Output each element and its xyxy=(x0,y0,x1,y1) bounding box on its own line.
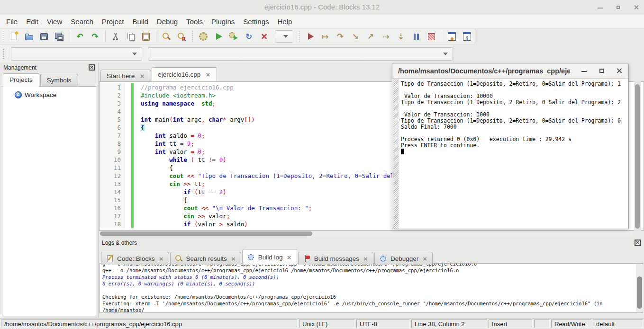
toolbar-grip[interactable] xyxy=(3,31,3,42)
console-maximize-icon[interactable] xyxy=(598,67,605,74)
console-title-bar[interactable]: /home/msantos/Documentos/c++/programas_c… xyxy=(392,63,628,79)
tab-projects[interactable]: Projects xyxy=(3,73,39,87)
title-bar[interactable]: ejercicio16.cpp - Code::Blocks 13.12 xyxy=(0,0,644,14)
redo-button[interactable]: ↷ xyxy=(89,30,101,43)
menu-item-plugins[interactable]: Plugins xyxy=(207,16,239,27)
next-line-button[interactable]: ↷ xyxy=(334,30,347,43)
break-debugger-button[interactable] xyxy=(410,30,423,43)
toolbar-grip[interactable] xyxy=(3,49,4,59)
line-number: 18 xyxy=(100,220,125,228)
menu-item-project[interactable]: Project xyxy=(98,16,128,27)
console-body[interactable]: Tipo de Transaccion (1=Deposito, 2=Retir… xyxy=(392,79,628,229)
run-to-cursor-button[interactable]: ↦ xyxy=(319,30,332,43)
tab-close-icon[interactable] xyxy=(139,72,145,80)
next-line-icon: ↷ xyxy=(335,31,345,42)
copy-button[interactable] xyxy=(124,30,137,43)
xterm-scrollbar[interactable] xyxy=(393,79,399,229)
menu-item-tools[interactable]: Tools xyxy=(182,16,207,27)
step-out-button[interactable]: ↗ xyxy=(364,30,377,43)
logs-tab-build-messages[interactable]: Build messages xyxy=(298,252,373,265)
tab-close-icon[interactable] xyxy=(286,254,292,261)
toolbar-grip[interactable] xyxy=(299,31,299,42)
change-margin xyxy=(131,107,134,116)
scrollbar-thumb[interactable] xyxy=(635,84,640,229)
code-completion-toolbar xyxy=(0,45,454,62)
open-file-button[interactable] xyxy=(23,30,36,43)
logs-tab-debugger[interactable]: Debugger xyxy=(374,252,433,265)
scrollbar-thumb[interactable] xyxy=(637,276,642,309)
change-margin xyxy=(131,188,134,196)
menu-item-search[interactable]: Search xyxy=(66,16,98,27)
undo-button[interactable]: ↶ xyxy=(73,30,86,43)
save-file-button[interactable] xyxy=(38,30,51,43)
debugging-windows-button[interactable] xyxy=(445,30,458,43)
tab-close-icon[interactable] xyxy=(363,255,369,262)
change-margin xyxy=(131,164,134,172)
new-file-button[interactable] xyxy=(8,30,20,43)
various-info-button[interactable] xyxy=(461,30,473,43)
menu-item-view[interactable]: View xyxy=(43,16,66,27)
status-file-permissions: Read/Write xyxy=(551,320,591,328)
logs-tab-search-results[interactable]: Search results xyxy=(170,252,241,265)
editor-vertical-scrollbar[interactable] xyxy=(634,81,641,231)
line-number: 17 xyxy=(100,212,125,220)
console-title: /home/msantos/Documentos/c++/programas_c… xyxy=(398,67,570,75)
line-number: 1 xyxy=(100,83,125,91)
menu-item-file[interactable]: File xyxy=(2,16,22,27)
build-and-run-button[interactable] xyxy=(227,30,240,43)
log-line xyxy=(102,287,632,293)
debug-continue-button[interactable] xyxy=(304,30,317,43)
next-instruction-button[interactable]: ⇢ xyxy=(380,30,392,43)
menu-item-help[interactable]: Help xyxy=(273,16,297,27)
menu-item-edit[interactable]: Edit xyxy=(22,16,43,27)
tab-label: Search results xyxy=(186,255,227,262)
editor-horizontal-scrollbar[interactable] xyxy=(99,231,633,237)
find-button[interactable] xyxy=(160,30,173,43)
run-button[interactable] xyxy=(212,30,225,43)
change-margin xyxy=(131,212,134,220)
maximize-icon[interactable] xyxy=(615,4,621,10)
build-target-combobox[interactable] xyxy=(275,30,293,43)
tab-close-icon[interactable] xyxy=(205,71,211,78)
scope-combobox[interactable] xyxy=(11,47,142,61)
step-into-button[interactable]: ↘ xyxy=(349,30,362,43)
tab-symbols[interactable]: Symbols xyxy=(40,74,78,86)
paste-button[interactable] xyxy=(139,30,152,43)
rebuild-button[interactable]: ↻ xyxy=(243,30,255,43)
tab-close-icon[interactable] xyxy=(230,255,236,262)
line-number: 8 xyxy=(100,140,125,148)
stop-debugger-button[interactable] xyxy=(425,30,438,43)
menu-item-build[interactable]: Build xyxy=(128,16,153,27)
line-number: 11 xyxy=(100,164,125,172)
toolbar-grip[interactable] xyxy=(192,31,193,42)
tab-label: Build messages xyxy=(314,255,359,262)
build-button[interactable] xyxy=(197,30,210,43)
editor-tab-ejercicio16-cpp[interactable]: ejercicio16.cpp xyxy=(152,67,217,81)
logs-vertical-scrollbar[interactable] xyxy=(636,264,643,312)
logs-close-icon[interactable] xyxy=(635,240,641,246)
tree-item-workspace[interactable]: Workspace xyxy=(2,87,96,98)
tab-close-icon[interactable] xyxy=(158,255,164,262)
editor-tab-start-here[interactable]: Start here xyxy=(100,70,151,81)
terminal-text[interactable]: Tipo de Transaccion (1=Deposito, 2=Retir… xyxy=(401,81,627,229)
change-margin xyxy=(131,180,134,188)
abort-build-button[interactable] xyxy=(258,30,271,43)
logs-tab-code-blocks[interactable]: Code::Blocks xyxy=(101,252,169,265)
step-into-instruction-button[interactable]: ⇣ xyxy=(395,30,408,43)
menu-item-settings[interactable]: Settings xyxy=(239,16,273,27)
cut-icon xyxy=(110,31,121,42)
tab-close-icon[interactable] xyxy=(422,255,428,262)
cut-button[interactable] xyxy=(109,30,122,43)
menu-item-debug[interactable]: Debug xyxy=(153,16,182,27)
minimize-icon[interactable] xyxy=(597,4,603,10)
new-file-icon xyxy=(9,31,19,42)
function-combobox[interactable] xyxy=(148,47,453,61)
save-all-button[interactable] xyxy=(53,30,66,43)
console-close-icon[interactable] xyxy=(616,67,623,74)
close-icon[interactable] xyxy=(633,4,639,10)
management-close-icon[interactable] xyxy=(89,64,95,71)
replace-button[interactable] xyxy=(175,30,188,43)
console-minimize-icon[interactable] xyxy=(581,67,588,74)
scrollbar-thumb[interactable] xyxy=(100,231,312,236)
logs-tab-build-log[interactable]: Build log xyxy=(242,249,297,265)
